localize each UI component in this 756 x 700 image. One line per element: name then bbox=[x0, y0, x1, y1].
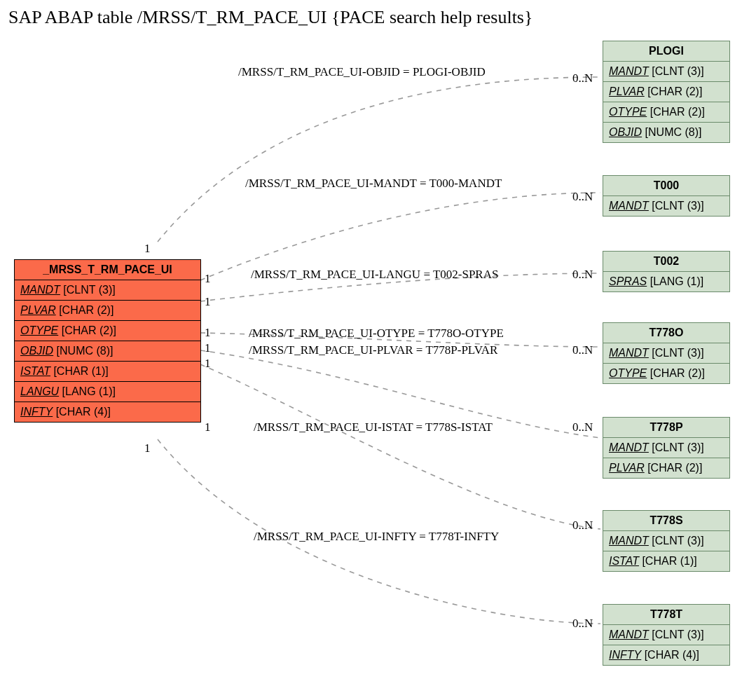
relation-label: /MRSS/T_RM_PACE_UI-LANGU = T002-SPRAS bbox=[251, 268, 498, 282]
card-left: 1 bbox=[205, 357, 211, 371]
entity-field: OTYPE [CHAR (2)] bbox=[603, 364, 729, 383]
relation-label: /MRSS/T_RM_PACE_UI-PLVAR = T778P-PLVAR bbox=[249, 343, 497, 357]
entity-field: MANDT [CLNT (3)] bbox=[603, 62, 729, 82]
relation-label: /MRSS/T_RM_PACE_UI-INFTY = T778T-INFTY bbox=[254, 530, 499, 544]
card-left: 1 bbox=[205, 420, 211, 434]
entity-field: OBJID [NUMC (8)] bbox=[15, 341, 200, 362]
entity-field: MANDT [CLNT (3)] bbox=[603, 438, 729, 458]
relation-label: /MRSS/T_RM_PACE_UI-OTYPE = T778O-OTYPE bbox=[249, 327, 504, 341]
er-diagram: SAP ABAP table /MRSS/T_RM_PACE_UI {PACE … bbox=[0, 0, 756, 700]
card-right: 0..N bbox=[572, 190, 593, 204]
entity-field: ISTAT [CHAR (1)] bbox=[15, 362, 200, 382]
card-right: 0..N bbox=[572, 420, 593, 434]
entity-t000: T000 MANDT [CLNT (3)] bbox=[603, 175, 730, 217]
relation-label: /MRSS/T_RM_PACE_UI-ISTAT = T778S-ISTAT bbox=[254, 420, 493, 434]
card-right: 0..N bbox=[572, 343, 593, 357]
card-left: 1 bbox=[205, 341, 211, 355]
entity-field: PLVAR [CHAR (2)] bbox=[603, 82, 729, 102]
card-right: 0..N bbox=[572, 519, 593, 533]
entity-field: MANDT [CLNT (3)] bbox=[603, 625, 729, 645]
entity-field: SPRAS [LANG (1)] bbox=[603, 272, 729, 291]
entity-name: T778O bbox=[603, 323, 729, 343]
entity-t778p: T778P MANDT [CLNT (3)] PLVAR [CHAR (2)] bbox=[603, 417, 730, 479]
entity-t778s: T778S MANDT [CLNT (3)] ISTAT [CHAR (1)] bbox=[603, 510, 730, 572]
entity-field: LANGU [LANG (1)] bbox=[15, 382, 200, 402]
card-left: 1 bbox=[144, 441, 151, 455]
entity-main: _MRSS_T_RM_PACE_UI MANDT [CLNT (3)] PLVA… bbox=[14, 259, 201, 423]
entity-field: INFTY [CHAR (4)] bbox=[15, 402, 200, 422]
card-right: 0..N bbox=[572, 268, 593, 282]
entity-field: OBJID [NUMC (8)] bbox=[603, 123, 729, 142]
entity-field: MANDT [CLNT (3)] bbox=[603, 196, 729, 216]
entity-field: OTYPE [CHAR (2)] bbox=[603, 102, 729, 123]
entity-name: T778P bbox=[603, 418, 729, 438]
relation-label: /MRSS/T_RM_PACE_UI-OBJID = PLOGI-OBJID bbox=[238, 65, 486, 79]
card-right: 0..N bbox=[572, 617, 593, 631]
entity-name: T002 bbox=[603, 252, 729, 272]
card-left: 1 bbox=[205, 326, 211, 340]
entity-name: T778T bbox=[603, 605, 729, 625]
entity-main-name: _MRSS_T_RM_PACE_UI bbox=[15, 260, 200, 280]
card-left: 1 bbox=[205, 272, 211, 286]
entity-field: PLVAR [CHAR (2)] bbox=[15, 301, 200, 321]
entity-field: MANDT [CLNT (3)] bbox=[15, 280, 200, 301]
entity-field: ISTAT [CHAR (1)] bbox=[603, 551, 729, 571]
entity-t778o: T778O MANDT [CLNT (3)] OTYPE [CHAR (2)] bbox=[603, 322, 730, 384]
entity-name: T778S bbox=[603, 511, 729, 531]
entity-t778t: T778T MANDT [CLNT (3)] INFTY [CHAR (4)] bbox=[603, 604, 730, 666]
entity-name: PLOGI bbox=[603, 41, 729, 62]
card-right: 0..N bbox=[572, 71, 593, 85]
entity-field: MANDT [CLNT (3)] bbox=[603, 343, 729, 364]
card-left: 1 bbox=[144, 242, 151, 256]
page-title: SAP ABAP table /MRSS/T_RM_PACE_UI {PACE … bbox=[8, 7, 532, 28]
entity-field: INFTY [CHAR (4)] bbox=[603, 645, 729, 665]
entity-field: OTYPE [CHAR (2)] bbox=[15, 321, 200, 341]
entity-name: T000 bbox=[603, 176, 729, 196]
entity-t002: T002 SPRAS [LANG (1)] bbox=[603, 251, 730, 292]
card-left: 1 bbox=[205, 295, 211, 309]
relation-label: /MRSS/T_RM_PACE_UI-MANDT = T000-MANDT bbox=[245, 177, 502, 191]
entity-field: MANDT [CLNT (3)] bbox=[603, 531, 729, 551]
entity-plogi: PLOGI MANDT [CLNT (3)] PLVAR [CHAR (2)] … bbox=[603, 41, 730, 143]
entity-field: PLVAR [CHAR (2)] bbox=[603, 458, 729, 478]
